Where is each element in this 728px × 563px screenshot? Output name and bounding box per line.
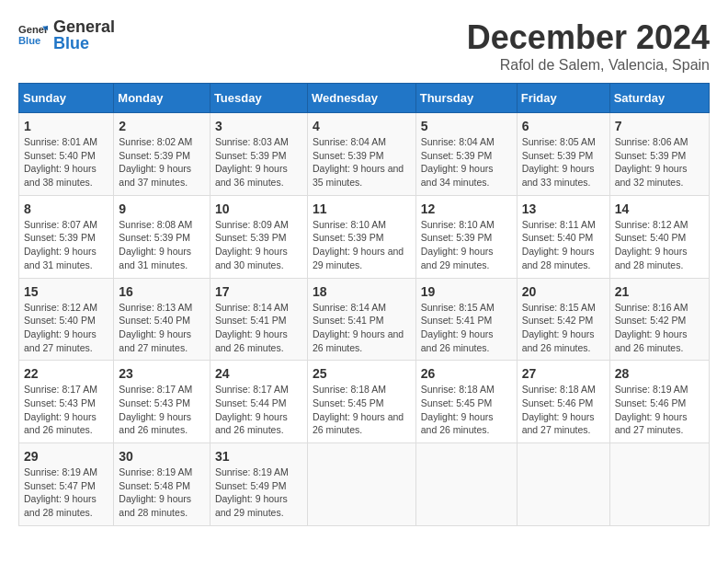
day-info: Sunrise: 8:17 AM Sunset: 5:44 PM Dayligh… [215,383,302,437]
calendar-header-row: SundayMondayTuesdayWednesdayThursdayFrid… [19,84,710,113]
day-number: 1 [24,119,108,133]
calendar-week-2: 8 Sunrise: 8:07 AM Sunset: 5:39 PM Dayli… [19,195,710,278]
calendar-cell: 28 Sunrise: 8:19 AM Sunset: 5:46 PM Dayl… [609,361,709,443]
day-number: 2 [119,119,205,133]
calendar-cell: 25 Sunrise: 8:18 AM Sunset: 5:45 PM Dayl… [307,361,415,443]
calendar-cell [307,443,415,526]
calendar-cell: 15 Sunrise: 8:12 AM Sunset: 5:40 PM Dayl… [19,278,114,361]
calendar-cell: 7 Sunrise: 8:06 AM Sunset: 5:39 PM Dayli… [609,113,709,196]
calendar-cell: 22 Sunrise: 8:17 AM Sunset: 5:43 PM Dayl… [19,361,114,443]
day-number: 26 [421,366,512,381]
calendar-cell: 18 Sunrise: 8:14 AM Sunset: 5:41 PM Dayl… [307,278,415,361]
day-info: Sunrise: 8:11 AM Sunset: 5:40 PM Dayligh… [522,218,605,272]
calendar-cell: 31 Sunrise: 8:19 AM Sunset: 5:49 PM Dayl… [210,443,307,526]
day-info: Sunrise: 8:10 AM Sunset: 5:39 PM Dayligh… [313,218,411,272]
day-info: Sunrise: 8:15 AM Sunset: 5:42 PM Dayligh… [522,301,605,355]
day-info: Sunrise: 8:03 AM Sunset: 5:39 PM Dayligh… [215,135,302,190]
day-info: Sunrise: 8:19 AM Sunset: 5:46 PM Dayligh… [615,383,704,437]
day-info: Sunrise: 8:12 AM Sunset: 5:40 PM Dayligh… [24,301,108,355]
day-number: 8 [24,201,108,216]
day-number: 31 [215,449,302,464]
day-number: 7 [615,119,704,133]
day-info: Sunrise: 8:16 AM Sunset: 5:42 PM Dayligh… [615,301,704,355]
day-info: Sunrise: 8:18 AM Sunset: 5:46 PM Dayligh… [522,383,605,437]
calendar-cell: 11 Sunrise: 8:10 AM Sunset: 5:39 PM Dayl… [307,195,415,278]
calendar-cell [415,443,517,526]
day-number: 3 [215,119,302,133]
calendar-cell: 10 Sunrise: 8:09 AM Sunset: 5:39 PM Dayl… [210,195,307,278]
day-number: 17 [215,284,302,299]
day-number: 4 [313,119,411,133]
day-number: 29 [24,449,108,464]
day-header-monday: Monday [114,84,210,113]
calendar-cell: 30 Sunrise: 8:19 AM Sunset: 5:48 PM Dayl… [114,443,210,526]
day-header-wednesday: Wednesday [307,84,415,113]
day-info: Sunrise: 8:17 AM Sunset: 5:43 PM Dayligh… [119,383,205,437]
subtitle: Rafol de Salem, Valencia, Spain [467,57,710,74]
day-info: Sunrise: 8:19 AM Sunset: 5:48 PM Dayligh… [119,465,205,520]
day-info: Sunrise: 8:05 AM Sunset: 5:39 PM Dayligh… [522,135,605,190]
calendar-cell: 20 Sunrise: 8:15 AM Sunset: 5:42 PM Dayl… [517,278,609,361]
day-number: 27 [522,366,605,381]
day-info: Sunrise: 8:18 AM Sunset: 5:45 PM Dayligh… [313,383,411,437]
day-number: 23 [119,366,205,381]
calendar-week-5: 29 Sunrise: 8:19 AM Sunset: 5:47 PM Dayl… [19,443,710,526]
day-number: 14 [615,201,704,216]
day-info: Sunrise: 8:19 AM Sunset: 5:47 PM Dayligh… [24,465,108,520]
calendar-cell: 12 Sunrise: 8:10 AM Sunset: 5:39 PM Dayl… [415,195,517,278]
calendar-cell: 4 Sunrise: 8:04 AM Sunset: 5:39 PM Dayli… [307,113,415,196]
day-info: Sunrise: 8:14 AM Sunset: 5:41 PM Dayligh… [313,301,411,355]
day-number: 5 [421,119,512,133]
day-info: Sunrise: 8:17 AM Sunset: 5:43 PM Dayligh… [24,383,108,437]
day-number: 6 [522,119,605,133]
day-info: Sunrise: 8:01 AM Sunset: 5:40 PM Dayligh… [24,135,108,190]
logo-icon: General Blue [18,20,48,50]
main-title: December 2024 [467,18,710,57]
calendar-cell: 27 Sunrise: 8:18 AM Sunset: 5:46 PM Dayl… [517,361,609,443]
day-info: Sunrise: 8:18 AM Sunset: 5:45 PM Dayligh… [421,383,512,437]
calendar-cell: 17 Sunrise: 8:14 AM Sunset: 5:41 PM Dayl… [210,278,307,361]
calendar-cell: 8 Sunrise: 8:07 AM Sunset: 5:39 PM Dayli… [19,195,114,278]
calendar-cell: 2 Sunrise: 8:02 AM Sunset: 5:39 PM Dayli… [114,113,210,196]
day-info: Sunrise: 8:10 AM Sunset: 5:39 PM Dayligh… [421,218,512,272]
day-info: Sunrise: 8:15 AM Sunset: 5:41 PM Dayligh… [421,301,512,355]
day-number: 22 [24,366,108,381]
day-number: 21 [615,284,704,299]
calendar-week-4: 22 Sunrise: 8:17 AM Sunset: 5:43 PM Dayl… [19,361,710,443]
calendar-cell [609,443,709,526]
day-number: 24 [215,366,302,381]
calendar-week-1: 1 Sunrise: 8:01 AM Sunset: 5:40 PM Dayli… [19,113,710,196]
day-number: 19 [421,284,512,299]
title-block: December 2024 Rafol de Salem, Valencia, … [467,18,710,74]
day-info: Sunrise: 8:08 AM Sunset: 5:39 PM Dayligh… [119,218,205,272]
page-header: General Blue General Blue December 2024 … [18,18,710,74]
day-number: 9 [119,201,205,216]
day-number: 16 [119,284,205,299]
calendar-cell: 16 Sunrise: 8:13 AM Sunset: 5:40 PM Dayl… [114,278,210,361]
calendar-cell: 29 Sunrise: 8:19 AM Sunset: 5:47 PM Dayl… [19,443,114,526]
day-header-thursday: Thursday [415,84,517,113]
day-number: 12 [421,201,512,216]
day-info: Sunrise: 8:07 AM Sunset: 5:39 PM Dayligh… [24,218,108,272]
calendar-cell: 24 Sunrise: 8:17 AM Sunset: 5:44 PM Dayl… [210,361,307,443]
day-info: Sunrise: 8:12 AM Sunset: 5:40 PM Dayligh… [615,218,704,272]
calendar-cell: 9 Sunrise: 8:08 AM Sunset: 5:39 PM Dayli… [114,195,210,278]
calendar-cell: 19 Sunrise: 8:15 AM Sunset: 5:41 PM Dayl… [415,278,517,361]
svg-text:Blue: Blue [18,35,40,46]
calendar-cell: 23 Sunrise: 8:17 AM Sunset: 5:43 PM Dayl… [114,361,210,443]
day-number: 13 [522,201,605,216]
day-info: Sunrise: 8:04 AM Sunset: 5:39 PM Dayligh… [313,135,411,190]
day-info: Sunrise: 8:06 AM Sunset: 5:39 PM Dayligh… [615,135,704,190]
calendar-cell: 5 Sunrise: 8:04 AM Sunset: 5:39 PM Dayli… [415,113,517,196]
day-header-friday: Friday [517,84,609,113]
day-number: 28 [615,366,704,381]
day-info: Sunrise: 8:14 AM Sunset: 5:41 PM Dayligh… [215,301,302,355]
calendar-cell: 14 Sunrise: 8:12 AM Sunset: 5:40 PM Dayl… [609,195,709,278]
day-info: Sunrise: 8:04 AM Sunset: 5:39 PM Dayligh… [421,135,512,190]
logo: General Blue General Blue [18,18,115,52]
day-number: 20 [522,284,605,299]
calendar-cell: 13 Sunrise: 8:11 AM Sunset: 5:40 PM Dayl… [517,195,609,278]
calendar-cell: 21 Sunrise: 8:16 AM Sunset: 5:42 PM Dayl… [609,278,709,361]
day-info: Sunrise: 8:13 AM Sunset: 5:40 PM Dayligh… [119,301,205,355]
day-number: 11 [313,201,411,216]
